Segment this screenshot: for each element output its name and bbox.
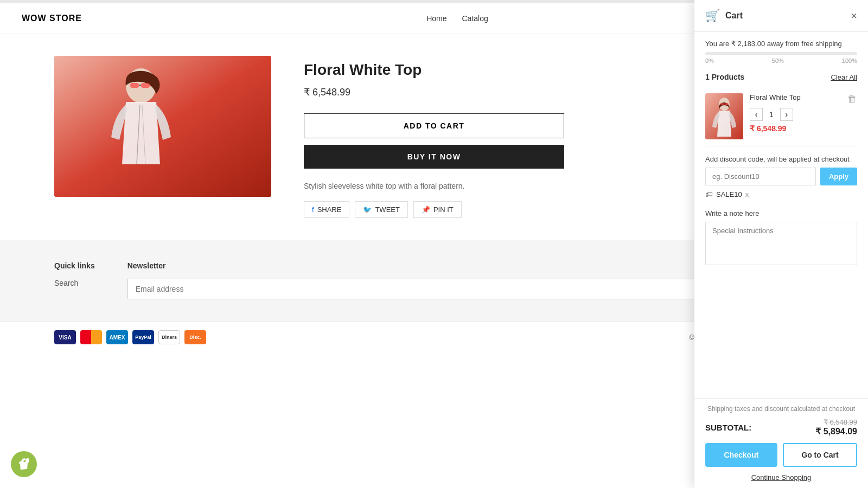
cart-products-count: 1 Products <box>705 73 744 81</box>
payment-icons: VISA AMEX PayPal Diners Disc. <box>54 330 206 344</box>
qty-increase-button[interactable]: › <box>780 108 793 121</box>
qty-decrease-button[interactable]: ‹ <box>750 108 763 121</box>
visa-icon: VISA <box>54 330 76 344</box>
pinterest-icon: 📌 <box>422 206 430 214</box>
tag-icon: 🏷 <box>705 190 713 198</box>
svg-rect-9 <box>720 103 724 105</box>
cart-item-name: Floral White Top <box>750 93 841 101</box>
share-label: SHARE <box>317 206 342 214</box>
share-pinterest-button[interactable]: 📌 PIN IT <box>413 201 462 218</box>
svg-rect-4 <box>130 83 139 88</box>
cart-header: 🛒 Cart × <box>694 0 868 32</box>
product-details: Floral White Top ₹ 6,548.99 ADD TO CART … <box>304 56 564 218</box>
product-image <box>54 56 271 197</box>
facebook-icon: f <box>312 206 314 214</box>
product-image-inner <box>54 56 271 197</box>
cart-item-details: Floral White Top ‹ 1 › ₹ 6,548.99 <box>750 93 841 139</box>
cart-body: You are ₹ 2,183.00 away from free shippi… <box>694 32 868 353</box>
mastercard-overlap <box>80 330 102 344</box>
pin-label: PIN IT <box>433 206 454 214</box>
product-section: Floral White Top ₹ 6,548.99 ADD TO CART … <box>0 34 618 240</box>
free-shipping-bar: You are ₹ 2,183.00 away from free shippi… <box>705 32 857 64</box>
nav-catalog[interactable]: Catalog <box>462 14 488 23</box>
qty-value: 1 <box>769 110 774 119</box>
progress-label-100: 100% <box>842 57 857 64</box>
cart-item-image <box>705 93 743 139</box>
discover-icon: Disc. <box>184 330 206 344</box>
nav-home[interactable]: Home <box>426 14 446 23</box>
clear-all-button[interactable]: Clear All <box>831 73 857 81</box>
discount-apply-button[interactable]: Apply <box>820 168 857 185</box>
tag-remove-button[interactable]: x <box>745 190 749 198</box>
cart-close-button[interactable]: × <box>851 10 857 22</box>
progress-label-0: 0% <box>705 57 714 64</box>
cart-item-qty: ‹ 1 › <box>750 108 841 121</box>
cart-title: Cart <box>725 11 743 21</box>
cart-item-price: ₹ 6,548.99 <box>750 124 841 133</box>
social-share-buttons: f SHARE 🐦 TWEET 📌 PIN IT <box>304 201 564 218</box>
discount-section: Add discount code, will be applied at ch… <box>705 146 857 204</box>
cart-item: Floral White Top ‹ 1 › ₹ 6,548.99 🗑 <box>705 87 857 146</box>
newsletter-email-input[interactable] <box>127 279 750 299</box>
discount-input[interactable] <box>705 168 816 185</box>
product-title: Floral White Top <box>304 61 564 79</box>
cart-products-header: 1 Products Clear All <box>705 64 857 87</box>
free-shipping-message: You are ₹ 2,183.00 away from free shippi… <box>705 40 842 48</box>
discount-tag: 🏷 SALE10 x <box>705 190 857 198</box>
paypal-icon: PayPal <box>132 330 154 344</box>
discount-form: Apply <box>705 168 857 185</box>
tweet-label: TWEET <box>375 206 400 214</box>
store-logo: WOW STORE <box>22 14 82 23</box>
share-twitter-button[interactable]: 🐦 TWEET <box>355 201 408 218</box>
quick-links-section: Quick links Search <box>54 261 95 299</box>
buy-now-button[interactable]: BUY IT NOW <box>304 145 564 169</box>
cart-item-image-inner <box>705 93 743 139</box>
cart-item-image-svg <box>705 93 743 139</box>
note-textarea[interactable] <box>705 222 857 265</box>
add-to-cart-button[interactable]: ADD TO CART <box>304 113 564 138</box>
discount-label: Add discount code, will be applied at ch… <box>705 155 857 163</box>
mastercard-icon <box>80 330 102 344</box>
note-label: Write a note here <box>705 209 857 217</box>
product-description: Stylish sleeveless white top with a flor… <box>304 182 564 190</box>
footer-search-link[interactable]: Search <box>54 279 95 287</box>
shipping-progress-bg <box>705 52 857 55</box>
diners-icon: Diners <box>158 330 180 344</box>
tag-name: SALE10 <box>716 190 742 198</box>
product-image-svg <box>54 56 271 197</box>
quick-links-title: Quick links <box>54 261 95 270</box>
svg-rect-10 <box>725 103 729 105</box>
main-nav: Home Catalog <box>426 14 488 23</box>
share-facebook-button[interactable]: f SHARE <box>304 201 349 218</box>
svg-rect-5 <box>141 83 150 88</box>
note-section: Write a note here <box>705 204 857 272</box>
cart-header-icon: 🛒 <box>705 9 720 23</box>
twitter-icon: 🐦 <box>363 206 372 214</box>
cart-sidebar: 🛒 Cart × You are ₹ 2,183.00 away from fr… <box>694 0 868 353</box>
amex-icon: AMEX <box>106 330 128 344</box>
cart-header-left: 🛒 Cart <box>705 9 743 23</box>
product-price: ₹ 6,548.99 <box>304 86 564 98</box>
cart-item-delete-button[interactable]: 🗑 <box>847 93 857 139</box>
progress-labels: 0% 50% 100% <box>705 57 857 64</box>
free-shipping-text: You are ₹ 2,183.00 away from free shippi… <box>705 40 857 48</box>
progress-label-50: 50% <box>772 57 784 64</box>
